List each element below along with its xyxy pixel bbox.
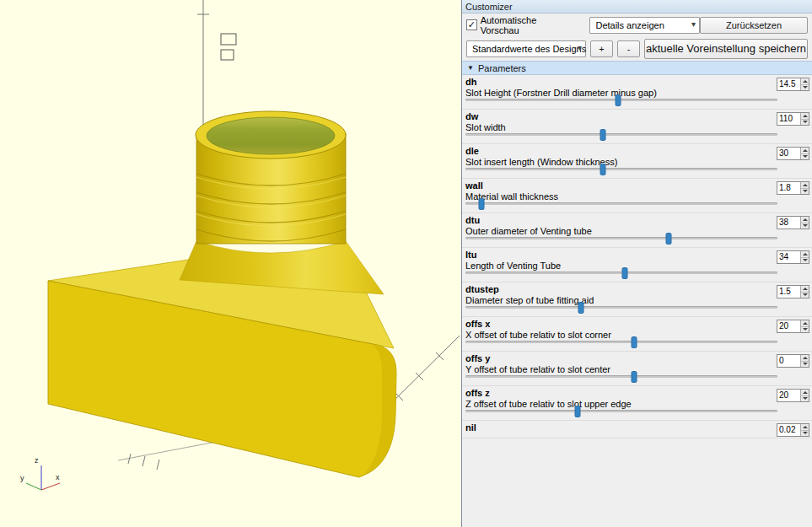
param-spinbox[interactable]: 20 bbox=[777, 389, 809, 402]
param-spinbox[interactable]: 1.5 bbox=[777, 285, 809, 298]
add-preset-button[interactable]: + bbox=[590, 40, 613, 57]
param-name: wall bbox=[465, 180, 809, 191]
param-slider[interactable] bbox=[465, 129, 777, 141]
param-spinbox[interactable]: 1.8 bbox=[777, 181, 809, 195]
param-slider[interactable] bbox=[465, 336, 777, 348]
param-slider[interactable] bbox=[465, 406, 777, 417]
chevron-down-icon: ▾ bbox=[578, 43, 582, 52]
param-row-dtustep: dtustep Diameter step of tube fitting ai… bbox=[462, 282, 812, 317]
param-name: dtustep bbox=[465, 284, 809, 295]
param-slider[interactable] bbox=[465, 164, 777, 175]
param-name: offs x bbox=[465, 319, 809, 330]
param-row-offs-z: offs z Z offset of tube relativ to slot … bbox=[462, 386, 812, 421]
slider-handle[interactable] bbox=[578, 302, 583, 314]
param-slider[interactable] bbox=[465, 94, 777, 106]
collapse-triangle-icon: ▼ bbox=[467, 64, 474, 72]
param-spinbox[interactable]: 30 bbox=[777, 147, 809, 160]
slider-handle[interactable] bbox=[575, 406, 581, 417]
param-row-wall: wall Material wall thickness 1.8 bbox=[462, 179, 812, 213]
chevron-down-icon: ▾ bbox=[691, 19, 696, 29]
param-spinbox[interactable]: 14.5 bbox=[777, 78, 809, 91]
parameters-list: dh Slot Height (Forstner Drill diameter … bbox=[462, 75, 812, 527]
spin-down-icon[interactable] bbox=[801, 430, 809, 437]
auto-preview-checkbox[interactable]: ✓ bbox=[466, 19, 477, 30]
spin-down-icon[interactable] bbox=[801, 223, 809, 229]
remove-preset-button[interactable]: - bbox=[617, 40, 640, 57]
param-name: dh bbox=[465, 77, 809, 88]
save-preset-button[interactable]: aktuelle Voreinstellung speichern bbox=[644, 39, 808, 59]
param-spinbox[interactable]: 110 bbox=[777, 112, 809, 126]
axis-indicator: z x y bbox=[20, 456, 60, 490]
auto-preview-label: Automatische Vorschau bbox=[481, 15, 575, 35]
slider-handle[interactable] bbox=[631, 371, 637, 383]
slider-handle[interactable] bbox=[665, 233, 671, 245]
spin-down-icon[interactable] bbox=[801, 188, 809, 195]
slider-handle[interactable] bbox=[600, 164, 605, 175]
param-row-dh: dh Slot Height (Forstner Drill diameter … bbox=[462, 75, 812, 110]
auto-preview-checkbox-group[interactable]: ✓ Automatische Vorschau bbox=[466, 15, 574, 35]
preset-dropdown[interactable]: Standardwerte des Designs ▾ bbox=[466, 40, 586, 57]
param-name: ltu bbox=[465, 250, 809, 261]
slider-handle[interactable] bbox=[631, 336, 637, 348]
spin-down-icon[interactable] bbox=[801, 257, 809, 264]
axis-label-z: z bbox=[35, 456, 39, 465]
param-row-offs-y: offs y Y offset of tube relativ to slot … bbox=[462, 352, 812, 386]
param-row-dw: dw Slot width 110 bbox=[462, 110, 812, 144]
spin-down-icon[interactable] bbox=[801, 292, 809, 298]
param-spinbox[interactable]: 38 bbox=[777, 216, 809, 229]
spin-down-icon[interactable] bbox=[801, 361, 809, 368]
param-name: dw bbox=[465, 111, 809, 122]
customizer-toolbar-row2: Standardwerte des Designs ▾ + - aktuelle… bbox=[462, 36, 812, 61]
spin-down-icon[interactable] bbox=[801, 84, 809, 91]
param-spinbox[interactable]: 20 bbox=[777, 320, 809, 333]
customizer-toolbar-row1: ✓ Automatische Vorschau Details anzeigen… bbox=[462, 13, 812, 36]
parameters-section-header[interactable]: ▼ Parameters bbox=[462, 61, 812, 75]
param-row-dle: dle Slot insert length (Window thickness… bbox=[462, 144, 812, 179]
vent-adapter-model: z x y bbox=[0, 0, 462, 527]
spin-down-icon[interactable] bbox=[801, 119, 809, 126]
panel-title: Customizer bbox=[465, 2, 513, 12]
axis-label-x: x bbox=[56, 473, 60, 481]
param-row-ltu: ltu Length of Venting Tube 34 bbox=[462, 248, 812, 282]
model-tube-inner bbox=[207, 117, 335, 154]
param-name: offs z bbox=[465, 388, 809, 399]
param-name: nil bbox=[465, 422, 809, 433]
slider-handle[interactable] bbox=[478, 198, 484, 210]
param-slider[interactable] bbox=[465, 371, 777, 383]
param-row-dtu: dtu Outer diameter of Venting tube 38 bbox=[462, 213, 812, 248]
slider-handle[interactable] bbox=[600, 129, 605, 141]
axis-label-y: y bbox=[20, 474, 24, 482]
spin-down-icon[interactable] bbox=[801, 326, 809, 333]
slider-handle[interactable] bbox=[616, 94, 621, 106]
reset-button[interactable]: Zurücksetzen bbox=[700, 17, 808, 34]
param-slider[interactable] bbox=[465, 233, 777, 245]
param-row-nil: nil 0.02 bbox=[462, 421, 812, 438]
checkmark-icon: ✓ bbox=[468, 20, 476, 30]
param-spinbox[interactable]: 34 bbox=[777, 250, 809, 264]
param-spinbox[interactable]: 0.02 bbox=[777, 423, 809, 437]
param-slider[interactable] bbox=[465, 267, 777, 279]
param-name: dtu bbox=[465, 215, 809, 226]
param-name: dle bbox=[465, 146, 809, 157]
spin-down-icon[interactable] bbox=[801, 395, 809, 402]
slider-handle[interactable] bbox=[621, 267, 627, 279]
spin-down-icon[interactable] bbox=[801, 153, 809, 160]
param-slider[interactable] bbox=[465, 198, 777, 210]
parameters-section-label: Parameters bbox=[478, 63, 526, 73]
param-name: offs y bbox=[465, 353, 809, 364]
3d-viewport[interactable]: z x y bbox=[0, 0, 462, 527]
param-slider[interactable] bbox=[465, 302, 777, 314]
details-dropdown[interactable]: Details anzeigen ▾ bbox=[589, 17, 700, 34]
param-row-offs-x: offs x X offset of tube relativ to slot … bbox=[462, 317, 812, 352]
param-spinbox[interactable]: 0 bbox=[777, 354, 809, 368]
customizer-panel: Customizer ✓ Automatische Vorschau Detai… bbox=[462, 0, 812, 527]
customizer-titlebar: Customizer bbox=[462, 0, 812, 13]
